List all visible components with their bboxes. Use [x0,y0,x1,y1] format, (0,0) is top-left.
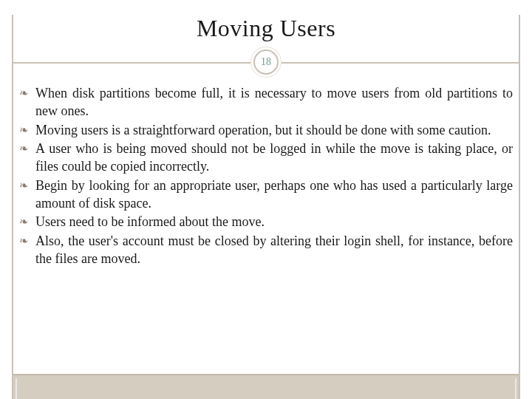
content-area: When disk partitions become full, it is … [0,85,532,268]
list-item: A user who is being moved should not be … [19,140,513,176]
list-item: Users need to be informed about the move… [19,214,513,231]
slide: Moving Users 18 When disk partitions bec… [0,15,532,399]
slide-title: Moving Users [0,15,532,42]
list-item: Begin by looking for an appropriate user… [19,177,513,213]
footer-band [13,374,519,399]
title-divider: 18 [0,50,532,75]
list-item: Also, the user's account must be closed … [19,233,513,268]
bullet-list: When disk partitions become full, it is … [19,85,513,268]
page-number-badge: 18 [253,50,279,75]
list-item: Moving users is a straightforward operat… [19,122,513,140]
list-item: When disk partitions become full, it is … [19,85,513,120]
